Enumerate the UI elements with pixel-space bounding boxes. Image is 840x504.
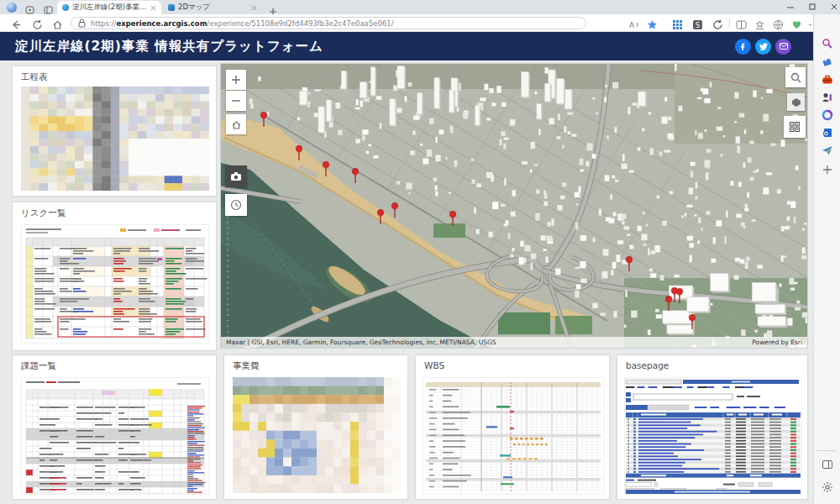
basepage-image bbox=[624, 377, 802, 498]
workspaces-icon[interactable] bbox=[25, 3, 35, 13]
tab-favicon bbox=[62, 4, 69, 11]
app-header: 淀川左岸線(2期)事業 情報共有プラットフォーム bbox=[0, 32, 813, 60]
basemap-button[interactable] bbox=[787, 93, 805, 111]
scene-map[interactable]: Maxar | GSI, Esri, HERE, Garmin, Foursqu… bbox=[220, 63, 808, 349]
close-button[interactable] bbox=[823, 0, 840, 13]
sidebar-outlook-icon[interactable] bbox=[822, 126, 833, 138]
url-prefix: https:// bbox=[91, 19, 116, 28]
home-extent-button[interactable] bbox=[226, 114, 246, 134]
edge-sidebar bbox=[813, 14, 840, 504]
panel-schedule: 工程表 bbox=[12, 66, 217, 197]
panel-risk-title: リスク一覧 bbox=[13, 202, 216, 221]
split-screen-icon[interactable] bbox=[736, 18, 747, 29]
schedule-image bbox=[21, 87, 209, 194]
address-bar[interactable]: https://experience.arcgis.com/experience… bbox=[71, 17, 586, 29]
sidebar-drop-icon[interactable] bbox=[822, 144, 833, 155]
panel-cost-title: 事業費 bbox=[224, 355, 407, 374]
zoom-out-button[interactable] bbox=[226, 91, 246, 111]
browser-guard-icon[interactable] bbox=[773, 18, 784, 29]
panel-basepage-title: basepage bbox=[617, 355, 807, 372]
tab-title: 淀川左岸線(2期)事業 情報共有... bbox=[72, 3, 147, 13]
panel-schedule-title: 工程表 bbox=[13, 66, 216, 85]
facebook-icon[interactable] bbox=[735, 39, 751, 55]
panel-basepage: basepage bbox=[617, 354, 808, 500]
twitter-icon[interactable] bbox=[755, 39, 771, 55]
panel-issues-title: 課題一覧 bbox=[13, 355, 216, 374]
risk-image bbox=[21, 224, 209, 347]
sidebar-settings-icon[interactable] bbox=[822, 480, 833, 492]
extension-s-icon[interactable]: S bbox=[692, 18, 703, 29]
sidebar-add-icon[interactable] bbox=[822, 163, 833, 175]
minimize-button[interactable] bbox=[780, 0, 801, 13]
extension-sync-icon[interactable] bbox=[712, 18, 723, 29]
panel-risk: リスク一覧 bbox=[12, 202, 217, 351]
tab-close-icon[interactable] bbox=[150, 5, 156, 11]
home-icon[interactable] bbox=[52, 18, 63, 29]
vertical-tabs-icon[interactable] bbox=[44, 3, 54, 13]
issues-image bbox=[21, 377, 209, 498]
cost-image bbox=[233, 377, 401, 496]
browser-essentials-icon[interactable] bbox=[791, 18, 802, 29]
sidebar-shopping-icon[interactable] bbox=[822, 55, 833, 67]
collections-icon[interactable] bbox=[754, 18, 765, 29]
panel-wbs-title: WBS bbox=[416, 355, 609, 372]
search-button[interactable] bbox=[785, 67, 806, 87]
svg-text:S: S bbox=[696, 22, 700, 29]
sidebar-tools-icon[interactable] bbox=[822, 73, 833, 85]
screenshot-camera-button[interactable] bbox=[225, 165, 247, 187]
apps-grid-icon[interactable] bbox=[672, 18, 683, 29]
map-attribution: Maxar | GSI, Esri, HERE, Garmin, Foursqu… bbox=[221, 337, 807, 348]
sidebar-designer-icon[interactable] bbox=[822, 108, 833, 120]
daylight-clock-button[interactable] bbox=[225, 194, 247, 216]
tab-favicon bbox=[168, 4, 175, 11]
attribution-sources: Maxar | GSI, Esri, HERE, Garmin, Foursqu… bbox=[226, 339, 496, 346]
profile-avatar[interactable] bbox=[7, 3, 17, 13]
panel-wbs: WBS bbox=[415, 354, 610, 500]
app-title: 淀川左岸線(2期)事業 情報共有プラットフォーム bbox=[15, 38, 323, 55]
refresh-icon[interactable] bbox=[32, 18, 43, 29]
wbs-image bbox=[423, 377, 604, 498]
browser-titlebar: 淀川左岸線(2期)事業 情報共有... 2Dマップ bbox=[0, 0, 840, 14]
sidebar-search-icon[interactable] bbox=[822, 37, 833, 49]
tab-title: 2Dマップ bbox=[178, 3, 248, 13]
sidebar-divider bbox=[817, 450, 836, 451]
read-aloud-icon[interactable]: A bbox=[628, 18, 639, 29]
svg-text:A: A bbox=[629, 21, 635, 29]
url-domain: experience.arcgis.com bbox=[116, 19, 207, 28]
maximize-button[interactable] bbox=[801, 0, 823, 13]
favorite-star-icon[interactable] bbox=[647, 18, 658, 29]
panel-issues: 課題一覧 bbox=[12, 354, 217, 500]
sidebar-panel-icon[interactable] bbox=[822, 458, 833, 470]
email-icon[interactable] bbox=[775, 39, 791, 55]
tab-2dmap[interactable]: 2Dマップ bbox=[163, 1, 262, 14]
tab-close-icon[interactable] bbox=[251, 5, 257, 11]
url-path: /experience/51108e9d2fd4493fb3e2c47e0aa5… bbox=[207, 19, 394, 28]
map-canvas bbox=[221, 64, 808, 349]
toolbar-divider bbox=[729, 18, 730, 28]
powered-by-esri: Powered by Esri bbox=[752, 339, 802, 346]
layers-grid-button[interactable] bbox=[784, 116, 806, 138]
sidebar-people-icon[interactable] bbox=[822, 91, 833, 102]
panel-cost: 事業費 bbox=[223, 354, 408, 500]
zoom-in-button[interactable] bbox=[226, 70, 246, 90]
tab-yodogawa[interactable]: 淀川左岸線(2期)事業 情報共有... bbox=[57, 1, 161, 14]
lock-icon bbox=[78, 18, 86, 28]
back-icon[interactable] bbox=[10, 18, 21, 29]
